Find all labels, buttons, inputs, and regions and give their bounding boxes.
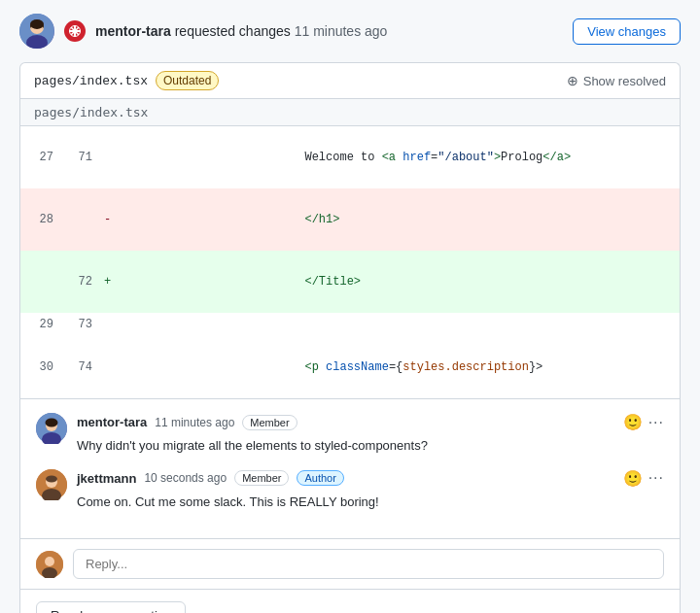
- line-new-1: 71: [59, 126, 98, 188]
- comment-1-badge-member: Member: [242, 415, 297, 430]
- diff-file-name: pages/index.tsx: [34, 105, 148, 119]
- review-changes-icon: [64, 20, 86, 42]
- comment-1-emoji-button[interactable]: 🙂: [623, 413, 643, 431]
- comment-2-more-button[interactable]: ···: [648, 469, 664, 487]
- diff-line-2: 28 - </h1>: [20, 188, 680, 251]
- line-old-4: 29: [20, 313, 59, 336]
- reviewer-avatar: [19, 14, 54, 49]
- line-old-3: [20, 251, 59, 313]
- comment-2-emoji-button[interactable]: 🙂: [623, 469, 643, 488]
- comment-1-time: 11 minutes ago: [155, 416, 234, 429]
- reply-input[interactable]: [73, 549, 664, 579]
- svg-point-14: [46, 475, 57, 482]
- comment-1-avatar: [36, 413, 67, 444]
- line-new-2: [59, 188, 98, 251]
- diff-line-5: 30 74 <p className={styles.description}>: [20, 336, 680, 398]
- line-new-4: 73: [59, 313, 98, 336]
- reply-avatar: [36, 551, 63, 578]
- svg-point-10: [46, 419, 58, 427]
- show-resolved-label: Show resolved: [583, 74, 666, 88]
- file-path: pages/index.tsx: [34, 74, 148, 88]
- review-action: requested changes: [175, 23, 291, 39]
- comment-2-time: 10 seconds ago: [144, 471, 227, 485]
- diff-line-4: 29 73: [20, 313, 680, 336]
- comment-1-body: mentor-tara 11 minutes ago Member 🙂 ··· …: [77, 413, 664, 456]
- review-time: 11 minutes ago: [295, 23, 388, 39]
- comment-2-author: jkettmann: [77, 471, 136, 486]
- comment-2-badge-author: Author: [297, 470, 343, 486]
- comment-1: mentor-tara 11 minutes ago Member 🙂 ··· …: [36, 413, 664, 456]
- comment-1-header: mentor-tara 11 minutes ago Member 🙂 ···: [77, 413, 664, 431]
- diff-container: pages/index.tsx 27 71 Welcome to <a href…: [19, 98, 681, 399]
- outdated-badge: Outdated: [156, 71, 219, 90]
- comment-2-actions: 🙂 ···: [623, 469, 664, 488]
- view-changes-button[interactable]: View changes: [573, 18, 681, 45]
- reviewer-name: mentor-tara: [95, 23, 171, 39]
- file-bar: pages/index.tsx Outdated ⊕ Show resolved: [19, 62, 681, 98]
- diff-line-1: 27 71 Welcome to <a href="/about">Prolog…: [20, 126, 680, 188]
- line-old-1: 27: [20, 126, 59, 188]
- comment-1-author: mentor-tara: [77, 415, 147, 429]
- comment-2-body: jkettmann 10 seconds ago Member Author 🙂…: [77, 469, 664, 512]
- comment-2-badge-member: Member: [234, 470, 289, 486]
- review-header: mentor-tara requested changes 11 minutes…: [0, 0, 700, 62]
- content-area: pages/index.tsx Outdated ⊕ Show resolved…: [19, 62, 681, 613]
- comment-1-more-button[interactable]: ···: [648, 414, 664, 431]
- comment-2-avatar: [36, 469, 67, 500]
- line-old-2: 28: [20, 188, 59, 251]
- show-resolved-icon: ⊕: [567, 73, 578, 88]
- line-old-5: 30: [20, 336, 59, 398]
- comment-1-text: Why didn't you migrate all the elements …: [77, 436, 664, 456]
- resolve-conversation-button[interactable]: Resolve conversation: [36, 601, 186, 613]
- comment-2-header: jkettmann 10 seconds ago Member Author 🙂…: [77, 469, 664, 488]
- diff-line-3: 72 + </Title>: [20, 251, 680, 313]
- comment-2: jkettmann 10 seconds ago Member Author 🙂…: [36, 469, 664, 512]
- svg-point-16: [45, 557, 54, 566]
- svg-point-5: [30, 19, 44, 29]
- comment-2-text: Come on. Cut me some slack. This is REAL…: [77, 493, 664, 512]
- line-new-5: 74: [59, 336, 98, 398]
- resolve-area: Resolve conversation: [20, 589, 680, 613]
- comment-thread: mentor-tara 11 minutes ago Member 🙂 ··· …: [20, 399, 680, 538]
- diff-table: 27 71 Welcome to <a href="/about">Prolog…: [20, 126, 680, 398]
- show-resolved-button[interactable]: ⊕ Show resolved: [567, 73, 666, 88]
- diff-header: pages/index.tsx: [20, 99, 680, 126]
- comments-section: mentor-tara 11 minutes ago Member 🙂 ··· …: [19, 399, 681, 613]
- line-new-3: 72: [59, 251, 98, 313]
- reply-box: [20, 538, 680, 589]
- comment-1-actions: 🙂 ···: [623, 413, 664, 431]
